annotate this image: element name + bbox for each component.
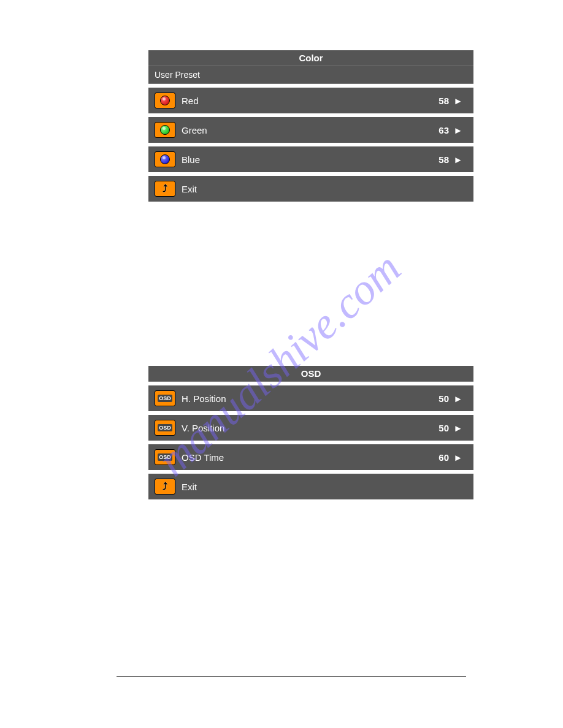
row-value: 58 [418, 96, 449, 106]
menu-row-blue[interactable]: Blue 58 ► [148, 143, 473, 172]
osd-menu: OSD OSD H. Position 50 ► OSD V. Position… [148, 366, 473, 499]
green-ball-icon [155, 122, 175, 138]
footer-divider [117, 676, 466, 677]
row-label: Blue [182, 154, 418, 165]
document-page: Color User Preset Red 58 ► Green 63 ► Bl… [0, 0, 563, 728]
spacer [0, 202, 563, 366]
right-arrow-icon: ► [449, 452, 467, 463]
red-ball-icon [155, 93, 175, 108]
right-arrow-icon: ► [449, 393, 467, 404]
menu-row-vposition[interactable]: OSD V. Position 50 ► [148, 411, 473, 441]
osd-menu-title: OSD [148, 366, 473, 382]
row-label: Green [182, 125, 418, 135]
menu-row-hposition[interactable]: OSD H. Position 50 ► [148, 382, 473, 411]
right-arrow-icon: ► [449, 96, 467, 106]
osd-hpos-icon: OSD [155, 390, 175, 406]
color-menu-title: Color [148, 50, 473, 66]
row-label: Exit [182, 184, 418, 194]
row-label: Exit [182, 482, 418, 492]
row-label: Red [182, 96, 418, 106]
color-menu: Color User Preset Red 58 ► Green 63 ► Bl… [148, 50, 473, 202]
row-value: 60 [418, 452, 449, 463]
row-label: V. Position [182, 423, 418, 433]
color-menu-subheading: User Preset [148, 66, 473, 84]
row-value: 63 [418, 125, 449, 135]
osd-vpos-icon: OSD [155, 420, 175, 436]
right-arrow-icon: ► [449, 423, 467, 433]
row-label: H. Position [182, 393, 418, 404]
menu-row-osdtime[interactable]: OSD OSD Time 60 ► [148, 441, 473, 470]
right-arrow-icon: ► [449, 154, 467, 165]
menu-row-red[interactable]: Red 58 ► [148, 84, 473, 113]
row-value: 58 [418, 154, 449, 165]
menu-row-exit-osd[interactable]: ⤴ Exit [148, 470, 473, 499]
exit-icon: ⤴ [155, 181, 175, 197]
blue-ball-icon [155, 151, 175, 167]
row-value: 50 [418, 423, 449, 433]
menu-row-exit[interactable]: ⤴ Exit [148, 172, 473, 202]
menu-row-green[interactable]: Green 63 ► [148, 113, 473, 143]
osd-time-icon: OSD [155, 449, 175, 465]
exit-icon: ⤴ [155, 479, 175, 495]
row-label: OSD Time [182, 452, 418, 463]
row-value: 50 [418, 393, 449, 404]
right-arrow-icon: ► [449, 125, 467, 135]
